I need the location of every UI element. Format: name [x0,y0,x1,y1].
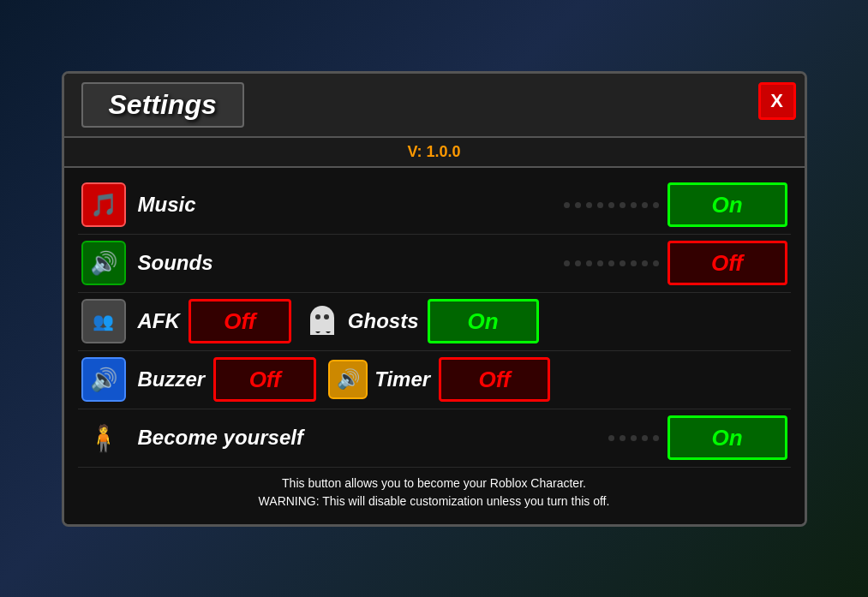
timer-toggle[interactable]: Off [439,357,550,402]
description-line2: WARNING: This will disable customization… [81,493,787,510]
close-button[interactable]: X [758,82,796,120]
buzzer-toggle[interactable]: Off [213,357,316,402]
sounds-toggle[interactable]: Off [667,241,787,285]
sounds-label: Sounds [138,251,398,275]
become-yourself-label: Become yourself [138,426,398,450]
buzzer-icon: 🔊 [90,367,117,393]
panel-title: Settings [109,89,217,120]
timer-sound-icon: 🔊 [337,368,360,391]
timer-icon-box: 🔊 [328,360,368,399]
music-row: 🎵 Music On [78,176,791,235]
title-box: Settings [81,82,244,128]
become-yourself-row: 🧍 Become yourself On [78,409,791,468]
sounds-dots [398,260,667,266]
ghosts-label: Ghosts [348,309,419,333]
buzzer-timer-row: 🔊 Buzzer Off 🔊 Timer Off [78,351,791,409]
afk-label: AFK [138,309,180,333]
music-icon: 🎵 [90,192,117,218]
title-bar: Settings X [64,74,805,138]
person-icon: 🧍 [87,423,119,453]
afk-icon-box: 👥 [81,299,126,343]
version-bar: V: 1.0.0 [64,138,805,168]
become-yourself-dots [398,435,667,441]
settings-panel: Settings X V: 1.0.0 🎵 Music On 🔊 So [62,71,807,527]
music-icon-box: 🎵 [81,182,126,227]
description-block: This button allows you to become your Ro… [78,468,791,512]
description-line1: This button allows you to become your Ro… [81,475,787,493]
timer-label: Timer [374,367,430,391]
buzzer-label: Buzzer [138,367,206,391]
sounds-row: 🔊 Sounds Off [78,235,791,293]
become-yourself-icon-box: 🧍 [81,415,126,460]
become-yourself-toggle[interactable]: On [667,415,787,460]
ghost-icon [303,302,341,340]
buzzer-icon-box: 🔊 [81,357,126,402]
afk-toggle[interactable]: Off [189,299,291,343]
settings-body: 🎵 Music On 🔊 Sounds Off [64,168,805,524]
music-dots [398,202,667,208]
music-label: Music [138,193,398,217]
svg-point-2 [315,314,320,319]
sounds-icon: 🔊 [90,250,117,277]
sounds-icon-box: 🔊 [81,241,126,285]
afk-ghosts-row: 👥 AFK Off Ghosts On [78,293,791,351]
svg-rect-1 [310,318,334,331]
music-toggle[interactable]: On [667,182,787,227]
version-text: V: 1.0.0 [407,143,460,160]
svg-point-3 [324,314,329,319]
ghosts-toggle[interactable]: On [428,299,539,343]
afk-icon: 👥 [93,311,114,331]
